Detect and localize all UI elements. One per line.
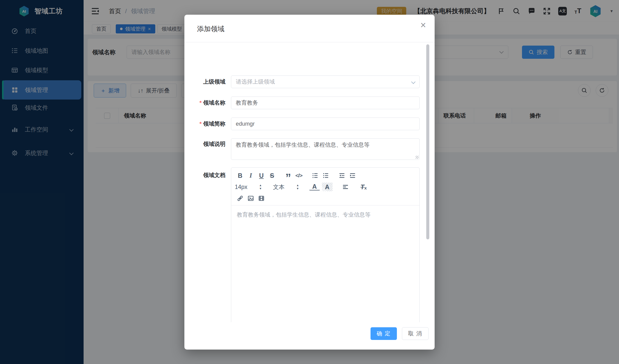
- chevron-down-icon: [411, 80, 416, 84]
- align-button[interactable]: [340, 182, 351, 192]
- required-asterisk: *: [199, 100, 202, 106]
- domain-code-input[interactable]: [231, 118, 420, 130]
- clear-format-button[interactable]: Tx: [358, 182, 369, 192]
- italic-button[interactable]: I: [245, 171, 256, 180]
- video-button[interactable]: [256, 194, 267, 203]
- highlight-color-button[interactable]: A: [322, 183, 333, 191]
- underline-button[interactable]: U: [256, 171, 267, 180]
- blockquote-button[interactable]: ”: [283, 171, 294, 180]
- indent-icon: [349, 172, 356, 179]
- domain-doc-label: 领域文档: [184, 171, 225, 179]
- align-icon: [342, 184, 349, 190]
- bold-button[interactable]: B: [235, 171, 245, 180]
- font-size-value[interactable]: 14px: [235, 182, 247, 192]
- domain-name-input[interactable]: [231, 97, 420, 109]
- link-icon: [237, 195, 243, 202]
- dialog-footer: 确 定 取 消: [184, 322, 435, 350]
- font-size-stepper[interactable]: ▲▼: [259, 184, 262, 190]
- editor-toolbar-row-1: B I U S ” </>: [235, 170, 416, 181]
- outdent-icon: [339, 172, 345, 179]
- form-row-parent: 上级领域 请选择上级领域: [184, 75, 435, 88]
- screen: AI 智域工坊 首页 领域地图 领域模型: [0, 0, 619, 364]
- select-placeholder: 请选择上级领域: [236, 78, 412, 86]
- strikethrough-button[interactable]: S: [267, 171, 277, 180]
- form-row-code: *领域简称: [184, 118, 435, 130]
- cancel-button[interactable]: 取 消: [402, 327, 429, 340]
- required-asterisk: *: [199, 121, 202, 127]
- parent-domain-label: 上级领域: [184, 75, 225, 88]
- domain-name-label: *领域名称: [184, 97, 225, 109]
- editor-toolbar-row-3: [235, 193, 416, 204]
- image-icon: [247, 195, 254, 202]
- editor-toolbar-row-2: 14px ▲▼ 文本 ▲▼ A A: [235, 182, 416, 192]
- editor-content[interactable]: 教育教务领域，包括学生信息、课程信息、专业信息等: [231, 205, 419, 224]
- code-button[interactable]: </>: [294, 171, 304, 180]
- link-button[interactable]: [235, 194, 245, 203]
- form-row-desc: 领域说明 教育教务领域，包括学生信息、课程信息、专业信息等: [184, 138, 435, 160]
- parent-domain-select[interactable]: 请选择上级领域: [231, 75, 420, 88]
- domain-desc-label: 领域说明: [184, 140, 225, 148]
- film-icon: [258, 195, 265, 202]
- ordered-list-icon: [312, 172, 318, 179]
- form-row-name: *领域名称: [184, 97, 435, 109]
- editor-toolbar: B I U S ” </>: [231, 168, 419, 205]
- domain-desc-textarea[interactable]: 教育教务领域，包括学生信息、课程信息、专业信息等: [231, 138, 420, 160]
- add-domain-dialog: × 添加领域 上级领域 请选择上级领域 *领域名称 *领域简称: [184, 15, 435, 350]
- dialog-body: 上级领域 请选择上级领域 *领域名称 *领域简称 领域说明 教育教务领域，包括学…: [184, 42, 435, 322]
- paragraph-format-stepper[interactable]: ▲▼: [296, 184, 299, 190]
- dialog-title: 添加领域: [197, 24, 224, 33]
- resize-handle[interactable]: [416, 156, 419, 159]
- close-icon[interactable]: ×: [420, 20, 426, 30]
- domain-code-label: *领域简称: [184, 118, 225, 130]
- font-color-button[interactable]: A: [309, 183, 320, 191]
- confirm-button[interactable]: 确 定: [371, 327, 397, 340]
- outdent-button[interactable]: [337, 171, 347, 180]
- image-button[interactable]: [245, 194, 256, 203]
- indent-button[interactable]: [347, 171, 358, 180]
- dialog-scrollbar-thumb[interactable]: [426, 44, 429, 239]
- paragraph-format-value[interactable]: 文本: [273, 182, 285, 192]
- rich-text-editor: B I U S ” </>: [231, 167, 420, 322]
- bullet-list-button[interactable]: [320, 171, 331, 180]
- bullet-list-icon: [322, 172, 329, 179]
- ordered-list-button[interactable]: [310, 171, 320, 180]
